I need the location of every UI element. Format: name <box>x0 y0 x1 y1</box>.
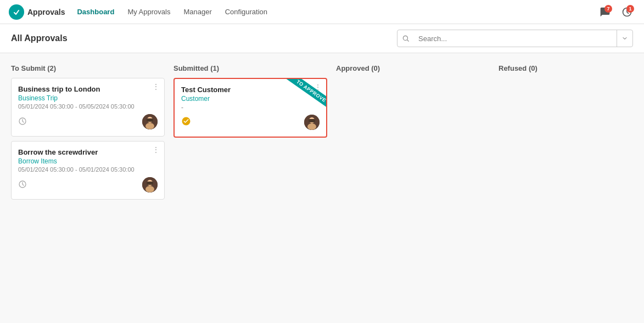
nav-configuration[interactable]: Configuration <box>220 5 273 18</box>
search-input[interactable] <box>414 32 617 45</box>
nav-dashboard[interactable]: Dashboard <box>71 5 120 18</box>
card-dash: - <box>181 104 320 111</box>
avatar <box>304 115 320 130</box>
column-refused: Refused (0) <box>499 64 644 78</box>
card-title: Business trip to London <box>18 85 158 93</box>
card-footer <box>18 114 158 129</box>
activity-count: 1 <box>626 5 634 13</box>
card-date: 05/01/2024 05:30:00 - 05/05/2024 05:30:0… <box>18 103 158 110</box>
card-test-customer[interactable]: TO APPROVE ⋮ Test Customer Customer - <box>173 78 327 138</box>
card-menu-button[interactable]: ⋮ <box>152 83 160 90</box>
column-submitted-cards: TO APPROVE ⋮ Test Customer Customer - <box>173 78 327 138</box>
top-nav-icons: 7 1 <box>597 4 635 20</box>
card-footer <box>18 177 158 192</box>
svg-point-18 <box>307 123 316 130</box>
card-date: 05/01/2024 05:30:00 - 05/01/2024 05:30:0… <box>18 166 158 173</box>
search-icon <box>397 35 414 42</box>
avatar <box>142 177 158 192</box>
svg-rect-8 <box>147 118 153 122</box>
svg-point-0 <box>13 8 20 16</box>
column-approved: Approved (0) <box>336 64 490 78</box>
column-submitted-header: Submitted (1) <box>173 64 327 78</box>
card-menu-button[interactable]: ⋮ <box>314 83 322 91</box>
nav-manager[interactable]: Manager <box>178 5 217 18</box>
column-to-submit-cards: ⋮ Business trip to London Business Trip … <box>11 78 165 200</box>
clock-icon <box>18 180 27 190</box>
app-logo-icon <box>9 4 24 20</box>
activity-button[interactable]: 1 <box>619 4 635 20</box>
messages-count: 7 <box>604 5 612 13</box>
svg-point-6 <box>145 123 154 129</box>
top-navigation: Approvals Dashboard My Approvals Manager… <box>0 0 644 24</box>
card-title: Borrow the screwdriver <box>18 148 158 156</box>
avatar <box>142 114 158 129</box>
page-title: All Approvals <box>11 33 68 43</box>
column-refused-header: Refused (0) <box>499 64 644 78</box>
column-submitted: Submitted (1) TO APPROVE ⋮ Test Customer… <box>173 64 327 138</box>
subheader: All Approvals <box>0 24 644 53</box>
column-to-submit-header: To Submit (2) <box>11 64 165 78</box>
card-business-trip[interactable]: ⋮ Business trip to London Business Trip … <box>11 78 165 137</box>
card-menu-button[interactable]: ⋮ <box>152 146 160 154</box>
search-bar <box>397 30 633 47</box>
svg-rect-14 <box>147 182 153 185</box>
nav-my-approvals[interactable]: My Approvals <box>122 5 176 18</box>
card-subtitle: Business Trip <box>18 94 158 102</box>
card-subtitle: Borrow Items <box>18 157 158 165</box>
search-dropdown-button[interactable] <box>617 30 632 47</box>
column-to-submit: To Submit (2) ⋮ Business trip to London … <box>11 64 165 200</box>
app-logo[interactable]: Approvals <box>9 4 65 20</box>
card-subtitle: Customer <box>181 95 320 103</box>
app-name: Approvals <box>27 8 65 16</box>
card-borrow-screwdriver[interactable]: ⋮ Borrow the screwdriver Borrow Items 05… <box>11 141 165 200</box>
card-footer <box>181 115 320 130</box>
check-icon <box>181 116 191 128</box>
column-approved-header: Approved (0) <box>336 64 490 78</box>
messages-button[interactable]: 7 <box>597 4 613 20</box>
kanban-board: To Submit (2) ⋮ Business trip to London … <box>0 53 644 211</box>
clock-icon <box>18 117 27 127</box>
svg-rect-20 <box>309 119 315 122</box>
svg-point-12 <box>145 186 154 192</box>
